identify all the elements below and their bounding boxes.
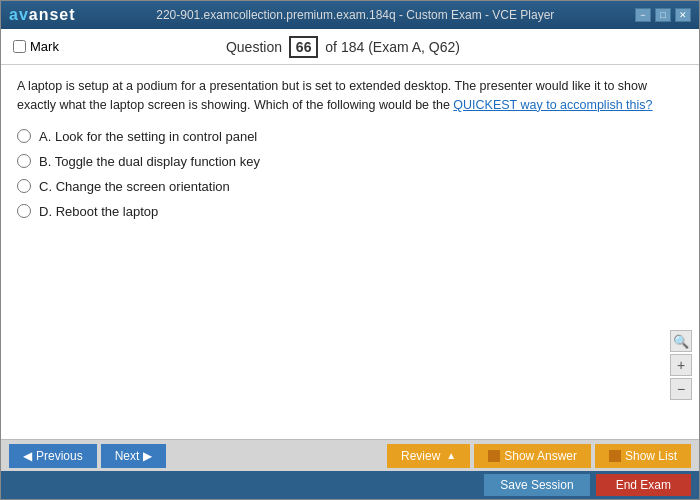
- maximize-button[interactable]: □: [655, 8, 671, 22]
- previous-arrow-icon: ◀: [23, 449, 32, 463]
- mark-section[interactable]: Mark: [13, 39, 59, 54]
- title-bar-left: avanset: [9, 6, 76, 24]
- bottom-nav: ◀ Previous Next ▶ Review ▲ Show Answer S…: [1, 439, 699, 471]
- next-arrow-icon: ▶: [143, 449, 152, 463]
- close-button[interactable]: ✕: [675, 8, 691, 22]
- show-list-button[interactable]: Show List: [595, 444, 691, 468]
- option-c-label: C. Change the screen orientation: [39, 179, 230, 194]
- radio-a[interactable]: [17, 129, 31, 143]
- mark-label: Mark: [30, 39, 59, 54]
- app-window: avanset 220-901.examcollection.premium.e…: [0, 0, 700, 500]
- question-word: Question: [226, 39, 282, 55]
- option-b[interactable]: B. Toggle the dual display function key: [17, 154, 683, 169]
- radio-c[interactable]: [17, 179, 31, 193]
- status-bar: Save Session End Exam: [1, 471, 699, 499]
- option-d[interactable]: D. Reboot the laptop: [17, 204, 683, 219]
- window-controls: − □ ✕: [635, 8, 691, 22]
- end-exam-button[interactable]: End Exam: [596, 474, 691, 496]
- question-info: Question 66 of 184 (Exam A, Q62): [226, 36, 460, 58]
- option-d-label: D. Reboot the laptop: [39, 204, 158, 219]
- next-button[interactable]: Next ▶: [101, 444, 167, 468]
- question-content: A laptop is setup at a podium for a pres…: [1, 65, 699, 439]
- review-arrow-icon: ▲: [446, 450, 456, 461]
- question-number: 66: [289, 36, 319, 58]
- search-icon[interactable]: 🔍: [670, 330, 692, 352]
- option-a[interactable]: A. Look for the setting in control panel: [17, 129, 683, 144]
- zoom-in-button[interactable]: +: [670, 354, 692, 376]
- question-total: of 184 (Exam A, Q62): [325, 39, 460, 55]
- logo: avanset: [9, 6, 76, 24]
- mark-checkbox[interactable]: [13, 40, 26, 53]
- side-tools: 🔍 + −: [670, 330, 692, 400]
- option-a-label: A. Look for the setting in control panel: [39, 129, 257, 144]
- minimize-button[interactable]: −: [635, 8, 651, 22]
- option-b-label: B. Toggle the dual display function key: [39, 154, 260, 169]
- title-bar: avanset 220-901.examcollection.premium.e…: [1, 1, 699, 29]
- question-text-highlight: QUICKEST way to accomplish this?: [453, 98, 652, 112]
- show-list-icon: [609, 450, 621, 462]
- main-area: Mark Question 66 of 184 (Exam A, Q62) A …: [1, 29, 699, 499]
- save-session-button[interactable]: Save Session: [484, 474, 589, 496]
- show-answer-icon: [488, 450, 500, 462]
- option-c[interactable]: C. Change the screen orientation: [17, 179, 683, 194]
- show-answer-button[interactable]: Show Answer: [474, 444, 591, 468]
- question-header: Mark Question 66 of 184 (Exam A, Q62): [1, 29, 699, 65]
- radio-d[interactable]: [17, 204, 31, 218]
- zoom-out-button[interactable]: −: [670, 378, 692, 400]
- previous-button[interactable]: ◀ Previous: [9, 444, 97, 468]
- review-button[interactable]: Review ▲: [387, 444, 470, 468]
- radio-b[interactable]: [17, 154, 31, 168]
- window-title: 220-901.examcollection.premium.exam.184q…: [76, 8, 635, 22]
- question-text: A laptop is setup at a podium for a pres…: [17, 77, 683, 115]
